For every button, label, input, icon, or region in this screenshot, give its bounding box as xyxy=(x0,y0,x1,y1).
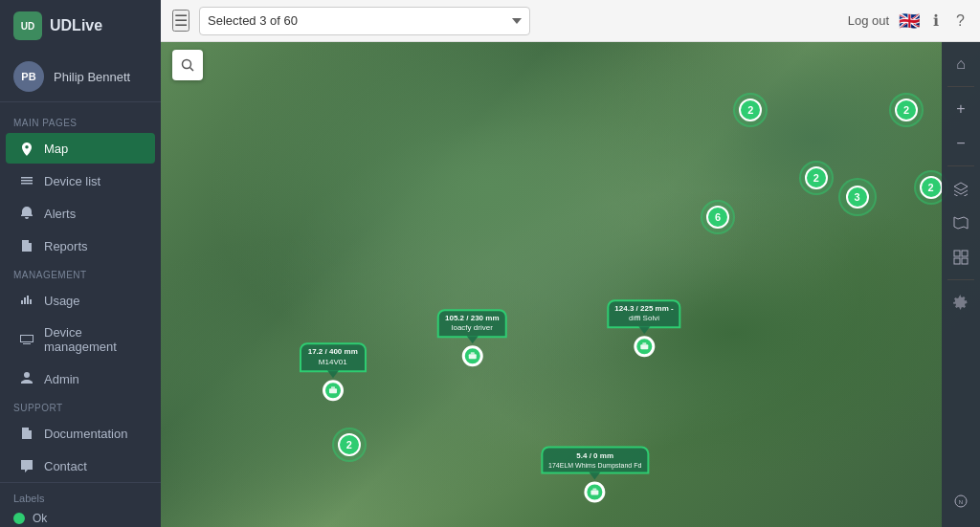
cluster-marker[interactable]: 2 xyxy=(889,93,924,127)
sidebar-item-reports[interactable]: Reports xyxy=(6,231,155,261)
map-icon xyxy=(19,141,34,156)
info-button[interactable]: ℹ xyxy=(929,8,943,33)
cluster-marker[interactable]: 2 xyxy=(332,428,367,462)
topbar: ☰ Selected 3 of 60 Log out 🇬🇧 ℹ ? xyxy=(161,0,980,42)
map-container[interactable]: 2 2 2 3 6 2 2 105.2 / 230 m xyxy=(161,42,980,527)
zoom-in-button[interactable]: + xyxy=(945,93,977,125)
map-toolbar: ⌂ + − N xyxy=(942,42,980,527)
layers-button[interactable] xyxy=(945,172,977,205)
home-tool-button[interactable]: ⌂ xyxy=(945,48,977,80)
sidebar-item-device-list-label: Device list xyxy=(44,174,100,188)
pin-device-icon xyxy=(639,342,649,352)
map-type-icon xyxy=(953,215,969,231)
sidebar-labels: Labels Ok Information Warning xyxy=(0,482,161,527)
map-pin[interactable]: 17.2 / 400 mm M14V01 xyxy=(300,342,367,401)
pin-line2: loacfy driver xyxy=(445,323,499,333)
pin-device-icon xyxy=(467,352,477,362)
sidebar-item-admin-label: Admin xyxy=(44,372,79,386)
sidebar-item-documentation[interactable]: Documentation xyxy=(6,418,155,449)
map-pin[interactable]: 105.2 / 230 mm loacfy driver xyxy=(437,309,506,367)
map-search-button[interactable] xyxy=(172,50,203,80)
management-label: Management xyxy=(0,262,161,284)
svg-rect-11 xyxy=(962,251,968,256)
cluster-marker[interactable]: 3 xyxy=(838,178,877,216)
device-select[interactable]: Selected 3 of 60 xyxy=(199,7,530,35)
compass-button[interactable]: N xyxy=(945,485,977,517)
pin-device-icon xyxy=(590,488,600,497)
settings-icon xyxy=(953,295,969,310)
svg-rect-10 xyxy=(954,251,960,256)
grid-button[interactable] xyxy=(945,241,977,274)
help-button[interactable]: ? xyxy=(952,9,969,33)
svg-rect-6 xyxy=(329,388,337,393)
sidebar-item-device-management[interactable]: Device management xyxy=(6,318,155,362)
toolbar-divider xyxy=(947,165,974,166)
map-pin[interactable]: 5.4 / 0 mm 174ELM Whims Dumpstand Fd xyxy=(541,446,649,502)
chart-icon xyxy=(19,293,34,308)
sidebar-item-contact[interactable]: Contact xyxy=(6,450,155,481)
bell-icon xyxy=(19,206,34,221)
map-type-button[interactable] xyxy=(945,207,977,239)
pin-line1: 17.2 / 400 mm xyxy=(307,347,359,357)
zoom-out-button[interactable]: − xyxy=(945,127,977,160)
labels-title: Labels xyxy=(13,493,147,504)
cluster-marker[interactable]: 2 xyxy=(733,93,768,127)
svg-rect-13 xyxy=(962,258,968,264)
layers-icon xyxy=(953,181,969,196)
toolbar-divider xyxy=(947,279,974,280)
svg-rect-9 xyxy=(593,489,597,491)
svg-rect-2 xyxy=(468,355,476,360)
svg-rect-12 xyxy=(954,258,960,264)
cluster-count: 2 xyxy=(895,99,918,121)
admin-icon xyxy=(19,371,34,386)
sidebar-item-alerts[interactable]: Alerts xyxy=(6,198,155,229)
svg-text:N: N xyxy=(959,499,963,505)
ok-dot xyxy=(13,513,25,524)
sidebar-item-device-list[interactable]: Device list xyxy=(6,165,155,196)
sidebar-item-usage[interactable]: Usage xyxy=(6,285,155,316)
sidebar-item-usage-label: Usage xyxy=(44,294,80,308)
language-flag[interactable]: 🇬🇧 xyxy=(899,11,920,32)
pin-line2: diffi Solvi xyxy=(614,314,673,323)
sidebar-logo: UD UDLive xyxy=(0,0,161,52)
pin-icon xyxy=(634,337,655,358)
cluster-count: 2 xyxy=(739,99,762,121)
cluster-count: 6 xyxy=(706,206,729,229)
sidebar-item-admin[interactable]: Admin xyxy=(6,363,155,394)
pin-icon xyxy=(585,482,606,503)
sidebar-item-map[interactable]: Map xyxy=(6,133,155,164)
svg-rect-7 xyxy=(331,386,335,388)
pin-icon xyxy=(461,346,482,367)
settings-tool-button[interactable] xyxy=(945,286,977,318)
devices-icon xyxy=(19,332,34,347)
cluster-marker[interactable]: 2 xyxy=(799,161,834,195)
svg-rect-5 xyxy=(642,343,646,345)
sidebar-user: PB Philip Bennett xyxy=(0,52,161,102)
map-background: 2 2 2 3 6 2 2 105.2 / 230 m xyxy=(161,42,980,527)
menu-button[interactable]: ☰ xyxy=(172,10,189,32)
cluster-marker[interactable]: 6 xyxy=(701,200,735,234)
pin-line1: 105.2 / 230 mm xyxy=(445,314,499,323)
svg-rect-4 xyxy=(640,345,648,350)
list-icon xyxy=(19,173,34,188)
support-label: Support xyxy=(0,395,161,417)
pin-icon xyxy=(323,380,344,401)
sidebar: UD UDLive PB Philip Bennett Main pages M… xyxy=(0,0,161,527)
pin-line1: 5.4 / 0 mm xyxy=(548,450,641,460)
compass-icon: N xyxy=(954,494,968,508)
sidebar-item-contact-label: Contact xyxy=(44,459,87,473)
svg-rect-3 xyxy=(470,353,474,355)
cluster-count: 2 xyxy=(338,433,361,456)
grid-icon xyxy=(953,250,969,265)
report-icon xyxy=(19,238,34,253)
app-name: UDLive xyxy=(50,17,102,34)
pin-line2: 174ELM Whims Dumpstand Fd xyxy=(548,461,641,470)
cluster-count: 2 xyxy=(805,166,828,189)
avatar: PB xyxy=(13,61,44,92)
sidebar-item-alerts-label: Alerts xyxy=(44,207,76,221)
svg-line-1 xyxy=(190,68,194,72)
map-pin[interactable]: 124.3 / 225 mm - diffi Solvi xyxy=(607,299,680,358)
svg-rect-8 xyxy=(591,491,599,495)
pin-body: 105.2 / 230 mm loacfy driver xyxy=(437,309,506,339)
logout-button[interactable]: Log out xyxy=(848,13,889,28)
